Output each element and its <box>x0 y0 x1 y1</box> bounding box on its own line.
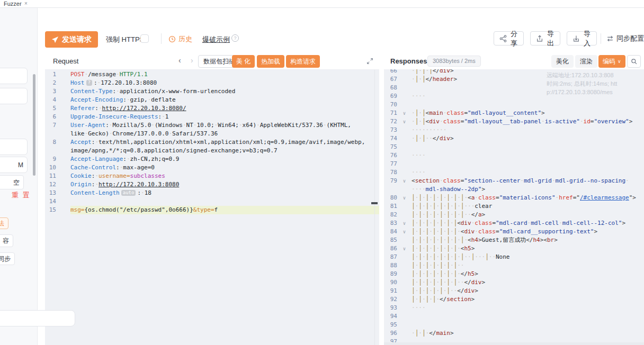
unit-label: M <box>18 161 23 169</box>
line-number: 80 <box>384 194 397 202</box>
next-request-icon[interactable]: › <box>191 56 193 65</box>
sidebar-input-1[interactable] <box>0 68 28 84</box>
search-icon[interactable] <box>627 55 641 68</box>
line-number: 73 <box>384 126 397 134</box>
code-line: 86∨│·│·│·│·│·│·│·<h5> <box>384 244 644 253</box>
chevron-down-icon: ∨ <box>618 59 621 64</box>
line-number: 14 <box>45 197 56 206</box>
fold-chevron-icon[interactable]: ∨ <box>397 219 412 228</box>
code-line: 6Upgrade-Insecure-Requests:·1 <box>45 113 379 121</box>
code-line: 91│·│·│·│·│·│··</div> <box>384 287 644 295</box>
line-number: 81 <box>384 202 397 211</box>
line-number: 74 <box>384 134 397 143</box>
sidebar-scrollbar[interactable] <box>33 74 35 176</box>
fold-spacer <box>397 270 412 278</box>
response-beautify-button[interactable]: 美化 <box>551 55 574 68</box>
fold-chevron-icon[interactable]: ∨ <box>397 228 412 236</box>
fold-spacer <box>397 287 412 295</box>
request-title: Request <box>53 57 78 65</box>
code-line: 92│·│·│·│·</section> <box>384 295 644 304</box>
tab-close-icon[interactable]: × <box>24 1 28 6</box>
sidebar-input-unit[interactable]: M <box>0 157 28 173</box>
sidebar-input-2[interactable] <box>0 88 28 104</box>
beautify-button[interactable]: 美 化 <box>232 55 255 68</box>
fold-chevron-icon[interactable]: ∨ <box>397 194 412 202</box>
sidebar-clear-button[interactable]: 空 <box>0 175 24 189</box>
sidebar-tag[interactable]: 法 <box>0 217 8 229</box>
code-line: 67·│·│</header> <box>384 75 644 84</box>
sidebar-button-1[interactable]: 容 <box>0 234 13 247</box>
fold-spacer <box>397 92 412 101</box>
code-line: 5Referer:·http://172.20.10.3:8080/ <box>45 104 379 113</box>
line-number: 78 <box>384 168 397 177</box>
line-number: 86 <box>384 244 397 253</box>
fold-spacer <box>397 236 412 244</box>
sidebar-input-4[interactable] <box>0 310 75 326</box>
request-editor[interactable]: 1POST·/message·HTTP/1.12Host?:·172.20.10… <box>45 53 379 345</box>
fold-spacer <box>397 101 412 109</box>
line-number: 71 <box>384 109 397 117</box>
help-circle-icon[interactable]: ? <box>231 34 239 42</box>
fold-chevron-icon[interactable]: ∨ <box>397 117 412 126</box>
line-number: 93 <box>384 304 397 312</box>
line-number: 94 <box>384 312 397 321</box>
fullscreen-expand-icon[interactable] <box>366 58 373 65</box>
fold-chevron-icon[interactable]: ∨ <box>397 109 412 117</box>
response-render-button[interactable]: 渲染 <box>575 55 597 68</box>
line-number: 95 <box>384 321 397 329</box>
send-request-button[interactable]: 发送请求 <box>45 31 98 48</box>
line-number: 12 <box>45 180 56 189</box>
fold-spacer <box>397 304 412 312</box>
blast-example-link[interactable]: 爆破示例 <box>202 35 230 44</box>
code-line: 73·········· <box>384 126 644 134</box>
sidebar-button-sync[interactable]: 同步 <box>0 252 15 265</box>
request-ruler-marker <box>371 202 378 204</box>
share-button[interactable]: 分享 <box>494 31 524 46</box>
code-line: 88│·│·│·│·│·│·│·· <box>384 261 644 270</box>
history-button[interactable]: 历史 <box>168 34 192 44</box>
line-number: 75 <box>384 143 397 151</box>
fold-chevron-icon[interactable]: ∨ <box>397 244 412 253</box>
response-encode-dropdown[interactable]: 编码 ∨ <box>598 55 625 68</box>
construct-request-button[interactable]: 构造请求 <box>286 55 320 68</box>
import-button[interactable]: 导入 <box>567 31 597 46</box>
code-line: 14 <box>45 197 379 206</box>
force-https-checkbox[interactable] <box>140 34 149 43</box>
export-button[interactable]: 导出 <box>530 31 560 46</box>
sidebar-input-3[interactable] <box>0 139 28 155</box>
tab-fuzzer[interactable]: Fuzzer <box>4 1 22 7</box>
code-line: 85│·│·│·│·│·│·│·│·<h4>Guest,留言成功</h4><br… <box>384 236 644 244</box>
export-icon <box>536 35 543 42</box>
code-line: 78···· <box>384 168 644 177</box>
hot-reload-button[interactable]: 热加载 <box>257 55 284 68</box>
code-line: 76···· <box>384 151 644 160</box>
fold-spacer <box>397 321 412 329</box>
code-line: 87│·│·│·│·│·│·│·│··│···│··None <box>384 253 644 261</box>
line-number <box>45 147 56 155</box>
line-number: 13 <box>45 189 56 197</box>
line-number: 83 <box>384 219 397 228</box>
sidebar-reset-button[interactable]: 重 置 <box>12 190 31 200</box>
line-number: 8 <box>45 138 56 147</box>
fold-spacer <box>397 168 412 177</box>
code-line: 13Content-Lengthauto:·18 <box>45 189 379 197</box>
fold-spacer <box>397 312 412 321</box>
line-number <box>45 130 56 138</box>
line-number: 7 <box>45 121 56 130</box>
request-scroll-ruler[interactable] <box>374 70 375 345</box>
code-line: 8Accept:·text/html,application/xhtml+xml… <box>45 138 379 147</box>
code-line: 70 <box>384 101 644 109</box>
request-panel-header: Request ‹ › 数据包扫描 美 化 热加载 构造请求 <box>45 53 379 70</box>
sync-config-button[interactable]: 同步配置 <box>606 34 644 43</box>
prev-request-icon[interactable]: ‹ <box>178 56 181 65</box>
code-line: 7User-Agent:·Mozilla/5.0·(Windows·NT·10.… <box>45 121 379 130</box>
code-line: 74·│·│··</div> <box>384 134 644 143</box>
line-number: 9 <box>45 155 56 164</box>
code-line: 93···· <box>384 304 644 312</box>
fold-chevron-icon[interactable]: ∨ <box>397 177 412 185</box>
config-sidebar: M 空 重 置 法 容 同步 <box>0 8 38 345</box>
response-editor[interactable]: 66·│·│·│</div>67·│·│</header>6869····707… <box>384 53 644 345</box>
response-horizontal-scrollbar[interactable] <box>384 342 644 345</box>
line-number: 79 <box>384 177 397 185</box>
fold-spacer <box>397 84 412 92</box>
